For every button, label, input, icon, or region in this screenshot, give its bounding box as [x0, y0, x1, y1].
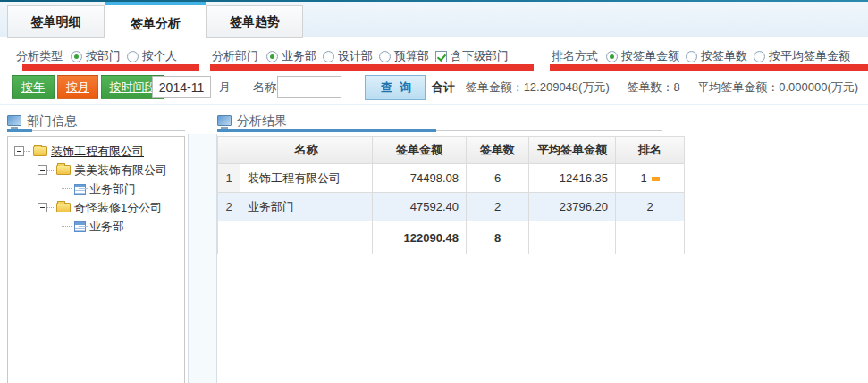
results-header: 分析结果: [217, 112, 287, 130]
ranking-label: 排名方式: [552, 48, 598, 64]
results-title: 分析结果: [237, 113, 287, 129]
tree-connector: [47, 170, 54, 171]
analysis-type-label: 分析类型: [16, 48, 63, 64]
radio-by-person-label: 按个人: [142, 48, 177, 64]
column-header-avg-sign-amount: 平均签单金额: [529, 137, 616, 164]
table-total-row: 122090.48 8: [218, 221, 685, 254]
summary-sign-amount: 签单金额：12.209048(万元): [466, 80, 610, 94]
tree-node-qiguai-branch[interactable]: 奇怪装修1分公司: [8, 198, 184, 217]
analysis-dept-label: 分析部门: [212, 48, 258, 64]
month-unit-label: 月: [219, 79, 231, 96]
query-button[interactable]: 查询: [365, 75, 426, 100]
tree-node-label[interactable]: 业务部: [89, 219, 124, 235]
tree-node-label[interactable]: 业务部门: [89, 181, 136, 197]
total-sign-amount-cell: 122090.48: [373, 221, 467, 254]
row-number-cell: 2: [218, 193, 240, 221]
department-grid-icon: [74, 221, 86, 232]
tree-connector: [62, 188, 72, 189]
department-grid-icon: [74, 184, 86, 195]
sidebar-header-underline-accent: [7, 129, 32, 132]
sign-amount-cell: 47592.40: [373, 193, 467, 221]
tree-node-label[interactable]: 装饰工程有限公司: [51, 144, 144, 160]
radio-by-person[interactable]: 按个人: [127, 48, 177, 64]
tab-sign-detail[interactable]: 签单明细: [7, 5, 105, 38]
tab-sign-analysis[interactable]: 签单分析: [105, 2, 206, 39]
collapse-icon[interactable]: [14, 146, 24, 156]
checkbox-include-sub-dept[interactable]: 含下级部门: [435, 48, 509, 64]
radio-icon[interactable]: [323, 51, 334, 62]
radio-design-dept[interactable]: 设计部: [323, 48, 373, 64]
tree-node-business-dept-1[interactable]: 业务部门: [8, 179, 184, 198]
summary-avg-sign-amount: 平均签单金额：0.000000(万元): [697, 80, 858, 94]
tree-node-label[interactable]: 奇怪装修1分公司: [74, 200, 162, 216]
total-empty-cell: [616, 221, 685, 254]
tree-connector: [62, 226, 72, 227]
checkbox-icon[interactable]: [435, 51, 447, 62]
tree-node-meimei-company[interactable]: 美美装饰有限公司: [8, 161, 184, 179]
tree-node-label[interactable]: 美美装饰有限公司: [74, 162, 167, 179]
toolbar-separator: [0, 104, 868, 105]
folder-icon: [56, 203, 71, 212]
radio-icon[interactable]: [71, 51, 82, 62]
collapse-icon[interactable]: [38, 165, 47, 175]
radio-by-sign-amount[interactable]: 按签单金额: [606, 48, 679, 64]
panel-splitter[interactable]: [188, 134, 217, 383]
column-header-sign-amount: 签单金额: [373, 137, 467, 164]
radio-icon[interactable]: [686, 51, 697, 62]
radio-icon[interactable]: [127, 51, 139, 62]
monitor-icon: [7, 115, 21, 126]
rank-cell: 2: [616, 193, 685, 221]
radio-business-dept-label: 业务部: [282, 48, 316, 64]
radio-budget-dept[interactable]: 预算部: [379, 48, 429, 64]
radio-icon[interactable]: [754, 51, 765, 62]
table-header-row: 名称 签单金额 签单数 平均签单金额 排名: [218, 137, 685, 164]
month-input[interactable]: [152, 76, 211, 98]
department-tree-panel: 装饰工程有限公司 美美装饰有限公司 业务部门 奇怪装修1分公司 业务部: [7, 136, 185, 383]
radio-icon[interactable]: [266, 51, 278, 62]
name-cell: 装饰工程有限公司: [240, 164, 373, 193]
sign-count-cell: 2: [467, 193, 529, 221]
total-sign-count-cell: 8: [467, 221, 529, 254]
annotation-underline-analysis-type: [22, 64, 199, 71]
annotation-underline-analysis-dept: [210, 64, 534, 71]
tab-bar: 签单明细 签单分析 签单趋势: [0, 2, 868, 37]
table-row[interactable]: 2 业务部门 47592.40 2 23796.20 2: [218, 193, 685, 221]
column-header-rank: 排名: [616, 137, 685, 164]
sign-amount-cell: 74498.08: [373, 164, 467, 193]
summary-total-label: 合计: [432, 80, 455, 94]
radio-by-sign-amount-label: 按签单金额: [621, 48, 679, 64]
radio-icon[interactable]: [379, 51, 391, 62]
rank-first-marker-icon: [652, 177, 660, 181]
radio-budget-dept-label: 预算部: [394, 48, 429, 64]
collapse-icon[interactable]: [38, 203, 47, 212]
summary-sign-count: 签单数：8: [627, 80, 679, 94]
total-empty-cell: [240, 221, 373, 254]
folder-icon: [56, 165, 71, 175]
rank-value: 1: [640, 171, 646, 185]
table-row[interactable]: 1 装饰工程有限公司 74498.08 6 12416.35 1: [218, 164, 685, 193]
radio-by-sign-count[interactable]: 按签单数: [686, 48, 747, 64]
tree-connector: [47, 207, 54, 208]
filter-group-analysis-dept: 分析部门 业务部 设计部 预算部 含下级部门: [212, 47, 509, 65]
tab-sign-trend[interactable]: 签单趋势: [206, 5, 303, 38]
row-number-cell: 1: [218, 164, 240, 193]
name-input[interactable]: [277, 76, 341, 98]
folder-icon: [33, 146, 47, 156]
by-year-button[interactable]: 按年: [12, 75, 55, 99]
radio-business-dept[interactable]: 业务部: [266, 48, 316, 64]
radio-icon[interactable]: [606, 51, 618, 62]
tree-node-company-root[interactable]: 装饰工程有限公司: [8, 142, 184, 161]
checkbox-include-sub-dept-label: 含下级部门: [451, 48, 509, 64]
sidebar-header-underline: [7, 130, 185, 131]
radio-by-avg-sign-amount[interactable]: 按平均签单金额: [754, 48, 850, 64]
by-month-button[interactable]: 按月: [57, 75, 98, 99]
sidebar-header: 部门信息: [7, 112, 77, 130]
name-filter-label: 名称: [253, 79, 276, 96]
total-empty-cell: [529, 221, 616, 254]
analysis-results-table: 名称 签单金额 签单数 平均签单金额 排名 1 装饰工程有限公司 74498.0…: [217, 136, 685, 254]
radio-by-department-label: 按部门: [86, 48, 121, 64]
tree-node-business-dept-2[interactable]: 业务部: [8, 217, 184, 236]
radio-by-department[interactable]: 按部门: [71, 48, 121, 64]
results-header-underline: [217, 130, 662, 131]
annotation-underline-ranking: [550, 64, 868, 71]
